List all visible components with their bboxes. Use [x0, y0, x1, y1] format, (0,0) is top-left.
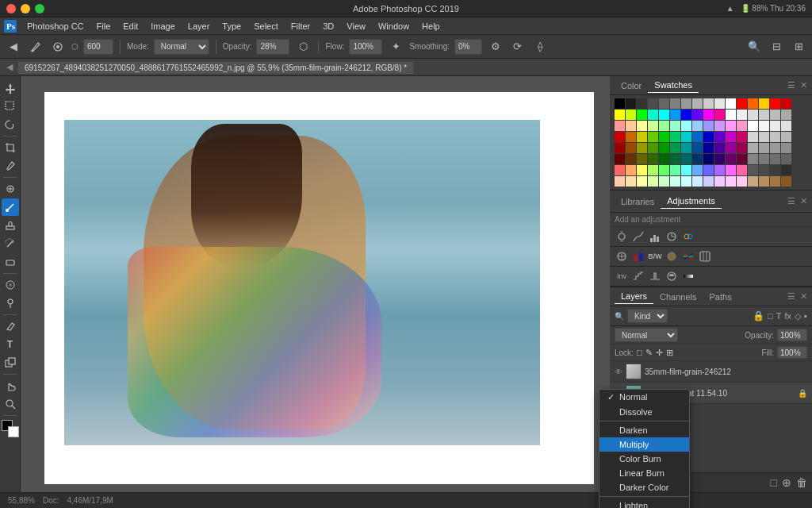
layers-menu-icon[interactable]: ☰: [787, 291, 795, 302]
menu-file[interactable]: File: [90, 20, 117, 33]
tool-hand[interactable]: [2, 377, 19, 394]
color-swatch[interactable]: [648, 176, 658, 187]
color-swatch[interactable]: [670, 143, 680, 153]
color-swatch[interactable]: [726, 154, 736, 164]
color-swatch[interactable]: [681, 121, 691, 131]
brush-options-btn[interactable]: [49, 38, 67, 56]
color-swatch[interactable]: [659, 176, 669, 187]
color-swatch[interactable]: [626, 143, 636, 153]
color-swatch[interactable]: [681, 165, 691, 175]
color-swatch[interactable]: [703, 165, 714, 175]
color-swatch[interactable]: [781, 165, 791, 175]
filter-vector-icon[interactable]: ◇: [795, 311, 801, 321]
opacity-icon[interactable]: ⬡: [294, 38, 312, 56]
menu-photoshop[interactable]: Photoshop CC: [21, 20, 90, 33]
tool-crop[interactable]: [2, 139, 19, 156]
color-swatch[interactable]: [692, 165, 703, 175]
color-swatch[interactable]: [648, 165, 658, 175]
color-swatch[interactable]: [637, 98, 647, 109]
panel-close-icon[interactable]: ✕: [800, 80, 807, 90]
color-swatch[interactable]: [692, 110, 703, 120]
blend-linear-burn[interactable]: Linear Burn: [599, 466, 689, 480]
new-group-icon[interactable]: □: [771, 476, 777, 489]
color-swatch[interactable]: [703, 176, 714, 187]
color-swatch[interactable]: [659, 154, 669, 164]
color-swatch[interactable]: [648, 132, 658, 142]
color-swatch[interactable]: [770, 98, 780, 109]
panel-menu-icon[interactable]: ☰: [787, 80, 795, 90]
color-swatch[interactable]: [637, 143, 647, 153]
color-swatch[interactable]: [637, 121, 647, 131]
color-swatch[interactable]: [781, 110, 791, 120]
color-swatch[interactable]: [648, 121, 658, 131]
color-swatch[interactable]: [670, 121, 680, 131]
color-swatch[interactable]: [714, 110, 725, 120]
filter-effect-icon[interactable]: fx: [785, 311, 792, 321]
tab-swatches[interactable]: Swatches: [648, 78, 699, 93]
layer-blend-select[interactable]: Normal: [615, 328, 678, 342]
menu-layer[interactable]: Layer: [182, 20, 216, 33]
menu-image[interactable]: Image: [144, 20, 182, 33]
menu-view[interactable]: View: [340, 20, 372, 33]
color-swatch[interactable]: [770, 165, 780, 175]
filter-text-icon[interactable]: T: [776, 311, 782, 321]
arrange-icon[interactable]: ⊟: [768, 38, 785, 56]
color-swatch[interactable]: [681, 154, 691, 164]
color-swatch[interactable]: [737, 165, 747, 175]
menu-filter[interactable]: Filter: [285, 20, 316, 33]
color-swatch[interactable]: [770, 176, 780, 187]
color-swatch[interactable]: [770, 132, 780, 142]
color-swatch[interactable]: [737, 98, 747, 109]
blend-mode-dropdown-trigger[interactable]: Normal: [615, 328, 678, 342]
layers-close-icon[interactable]: ✕: [800, 291, 807, 302]
menu-type[interactable]: Type: [216, 20, 247, 33]
tool-healing[interactable]: [2, 180, 19, 198]
color-swatch[interactable]: [737, 110, 747, 120]
color-swatch[interactable]: [748, 132, 758, 142]
tool-shape[interactable]: [2, 354, 19, 371]
color-swatch[interactable]: [637, 165, 647, 175]
filter-type-icon[interactable]: □: [768, 311, 773, 321]
tool-eyedropper[interactable]: [2, 157, 19, 175]
color-swatch[interactable]: [748, 154, 758, 164]
color-swatch[interactable]: [615, 143, 625, 153]
flow-input[interactable]: [349, 39, 382, 55]
color-swatch[interactable]: [615, 110, 625, 120]
color-swatch[interactable]: [748, 143, 758, 153]
tool-eraser[interactable]: [2, 253, 19, 271]
color-swatch[interactable]: [670, 165, 680, 175]
color-swatch[interactable]: [759, 98, 769, 109]
color-swatch[interactable]: [637, 110, 647, 120]
color-swatch[interactable]: [692, 98, 703, 109]
color-swatch[interactable]: [703, 154, 714, 164]
color-swatch[interactable]: [681, 176, 691, 187]
tool-selection[interactable]: [2, 98, 19, 115]
color-swatch[interactable]: [726, 98, 736, 109]
blend-color-burn[interactable]: Color Burn: [599, 452, 689, 466]
color-swatch[interactable]: [692, 132, 703, 142]
color-swatch[interactable]: [726, 110, 736, 120]
gradient-map-icon[interactable]: [681, 269, 695, 283]
search-icon[interactable]: 🔍: [745, 38, 763, 56]
brush-size-input[interactable]: [83, 39, 113, 55]
fg-bg-colors[interactable]: [2, 420, 19, 437]
tool-lasso[interactable]: [2, 116, 19, 133]
color-swatch[interactable]: [648, 110, 658, 120]
tool-brush[interactable]: [2, 198, 19, 216]
airbrush-icon[interactable]: ✦: [387, 38, 404, 56]
color-swatch[interactable]: [781, 143, 791, 153]
photo-canvas[interactable]: [64, 120, 540, 445]
color-swatch[interactable]: [670, 110, 680, 120]
menu-edit[interactable]: Edit: [117, 20, 144, 33]
brush-tool-icon[interactable]: [27, 38, 44, 56]
tool-zoom[interactable]: [2, 395, 19, 413]
color-swatch[interactable]: [748, 98, 758, 109]
color-swatch[interactable]: [692, 121, 703, 131]
color-swatch[interactable]: [759, 132, 769, 142]
color-swatch[interactable]: [637, 176, 647, 187]
color-swatch[interactable]: [770, 143, 780, 153]
tab-channels[interactable]: Channels: [653, 290, 703, 304]
color-swatch[interactable]: [714, 176, 725, 187]
blend-darken[interactable]: Darken: [599, 423, 689, 437]
posterize-icon[interactable]: [631, 269, 645, 283]
